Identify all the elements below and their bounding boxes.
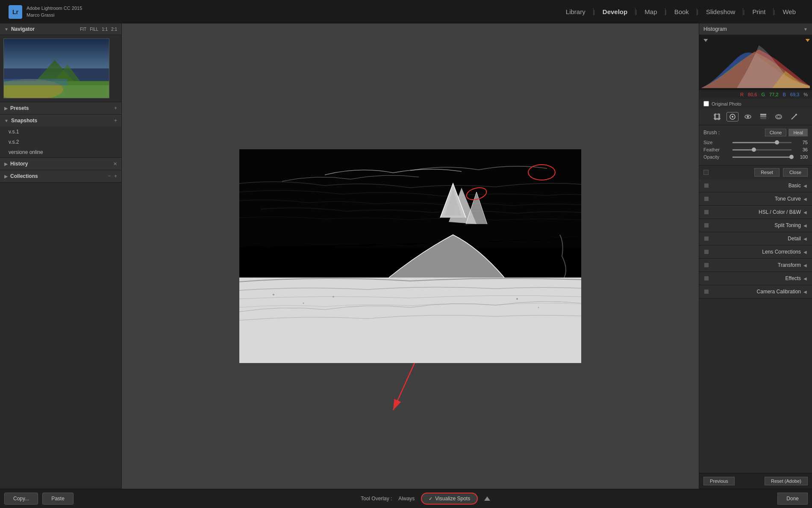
- overlay-adjust-icon[interactable]: [484, 496, 490, 501]
- history-header[interactable]: ▶ History ✕: [0, 158, 121, 170]
- dev-section-hsl-header[interactable]: HSL / Color / B&W ◀: [699, 206, 812, 219]
- nav-slideshow[interactable]: Slideshow: [698, 8, 743, 15]
- rgb-b-value: 69,3: [790, 92, 799, 97]
- nav-library[interactable]: Library: [558, 8, 594, 15]
- rgb-r-value: 80,6: [748, 92, 757, 97]
- previous-btn[interactable]: Previous: [703, 477, 735, 485]
- dev-section-detail-header[interactable]: Detail ◀: [699, 232, 812, 245]
- dev-section-effects-header[interactable]: Effects ◀: [699, 272, 812, 285]
- snapshots-header[interactable]: ▼ Snapshots +: [0, 115, 121, 127]
- copy-btn[interactable]: Copy...: [4, 493, 38, 505]
- spot-removal-tool-icon[interactable]: [727, 112, 738, 121]
- paste-btn[interactable]: Paste: [42, 493, 74, 505]
- nav-fill[interactable]: FILL: [90, 27, 98, 32]
- app-title: Adobe Lightroom CC 2015 Marco Grassi: [26, 5, 82, 18]
- thumb-image: [3, 38, 109, 98]
- done-btn[interactable]: Done: [777, 493, 808, 505]
- nav-1-1[interactable]: 1:1: [102, 27, 108, 32]
- snapshots-content: v.s.1 v.s.2 versione online: [0, 127, 121, 157]
- nav-2-1[interactable]: 2:1: [111, 27, 117, 32]
- svg-point-33: [747, 116, 749, 118]
- dev-basic-indicator: [704, 183, 709, 188]
- svg-point-18: [516, 298, 518, 300]
- lr-icon: Lr: [9, 5, 22, 19]
- histogram-header: Histogram ▼: [699, 24, 812, 35]
- dev-section-detail: Detail ◀: [699, 232, 812, 245]
- opacity-value: 100: [795, 154, 808, 159]
- navigator-section: ▼ Navigator FIT FILL 1:1 2:1: [0, 24, 121, 102]
- nav-develop[interactable]: Develop: [595, 8, 635, 15]
- svg-rect-35: [760, 116, 766, 117]
- dev-detail-title: Detail: [712, 236, 801, 242]
- crop-tool-icon[interactable]: [711, 112, 723, 121]
- dev-section-tonecurve: Tone Curve ◀: [699, 192, 812, 206]
- dev-tonecurve-title: Tone Curve: [712, 196, 801, 202]
- main-image[interactable]: [239, 149, 581, 363]
- right-panel-footer: Previous Reset (Adobe): [699, 473, 812, 489]
- size-row: Size 75: [703, 140, 808, 145]
- dev-section-basic-header[interactable]: Basic ◀: [699, 179, 812, 192]
- dev-lenscorrections-indicator: [704, 250, 709, 254]
- snapshot-v2[interactable]: v.s.2: [0, 137, 121, 147]
- clone-btn[interactable]: Clone: [765, 129, 787, 136]
- dev-section-hsl: HSL / Color / B&W ◀: [699, 206, 812, 219]
- redeye-tool-icon[interactable]: [742, 112, 754, 121]
- opacity-label: Opacity: [703, 154, 729, 159]
- dev-section-tonecurve-header[interactable]: Tone Curve ◀: [699, 192, 812, 205]
- snapshot-v1[interactable]: v.s.1: [0, 127, 121, 137]
- svg-point-16: [303, 303, 304, 304]
- nav-print[interactable]: Print: [744, 8, 774, 15]
- collections-minus-icon[interactable]: −: [108, 173, 111, 179]
- tool-overlay-controls: Tool Overlay : Always ✓ Visualize Spots: [361, 493, 490, 505]
- dev-section-splittoning-header[interactable]: Split Toning ◀: [699, 219, 812, 232]
- center-canvas: [122, 24, 699, 489]
- dev-section-cameracal-header[interactable]: Camera Calibration ◀: [699, 285, 812, 298]
- nav-fit[interactable]: FIT: [80, 27, 86, 32]
- adjustment-brush-icon[interactable]: [788, 112, 800, 121]
- dev-effects-indicator: [704, 276, 709, 281]
- svg-point-15: [273, 294, 274, 295]
- nav-web[interactable]: Web: [775, 8, 803, 15]
- orig-photo-checkbox[interactable]: [703, 101, 709, 106]
- presets-header[interactable]: ▶ Presets +: [0, 102, 121, 114]
- svg-point-19: [538, 307, 539, 308]
- opacity-slider[interactable]: [733, 157, 791, 158]
- visualize-spots-btn[interactable]: ✓ Visualize Spots: [421, 493, 478, 505]
- rgb-g-value: 77,2: [769, 92, 778, 97]
- navigator-thumbnail[interactable]: [0, 35, 121, 102]
- nav-book[interactable]: Book: [667, 8, 697, 15]
- dev-section-cameracal: Camera Calibration ◀: [699, 285, 812, 298]
- reset-btn[interactable]: Reset: [754, 168, 780, 177]
- svg-line-21: [393, 363, 415, 410]
- canvas-area: [239, 149, 581, 363]
- radial-filter-icon[interactable]: [773, 112, 785, 121]
- dev-section-lenscorrections-header[interactable]: Lens Corrections ◀: [699, 245, 812, 258]
- dev-section-transform-header[interactable]: Transform ◀: [699, 259, 812, 272]
- close-btn[interactable]: Close: [783, 168, 808, 177]
- nav-map[interactable]: Map: [637, 8, 665, 15]
- histogram-svg: [701, 37, 810, 88]
- heal-btn[interactable]: Heal: [788, 129, 808, 136]
- presets-add-icon[interactable]: +: [114, 105, 117, 111]
- brush-toggle[interactable]: [703, 170, 709, 175]
- svg-point-17: [332, 296, 334, 298]
- opacity-row: Opacity 100: [703, 154, 808, 159]
- snapshots-add-icon[interactable]: +: [114, 118, 117, 124]
- history-close-icon[interactable]: ✕: [113, 161, 117, 167]
- collections-add-icon[interactable]: +: [114, 173, 117, 179]
- checkmark-icon: ✓: [429, 496, 432, 502]
- navigator-controls: FIT FILL 1:1 2:1: [80, 27, 117, 32]
- size-slider[interactable]: [733, 142, 791, 143]
- always-label[interactable]: Always: [398, 496, 415, 502]
- feather-slider[interactable]: [733, 149, 791, 151]
- original-photo-row: Original Photo: [699, 99, 812, 109]
- graduated-filter-icon[interactable]: [757, 112, 769, 121]
- collections-header[interactable]: ▶ Collections − +: [0, 170, 121, 182]
- dev-section-basic: Basic ◀: [699, 179, 812, 192]
- reset-adobe-btn[interactable]: Reset (Adobe): [765, 477, 808, 485]
- size-value: 75: [795, 140, 808, 145]
- bottom-bar: Copy... Paste Tool Overlay : Always ✓ Vi…: [0, 489, 812, 508]
- dev-tonecurve-indicator: [704, 197, 709, 201]
- dev-tonecurve-arrow: ◀: [803, 197, 807, 201]
- snapshot-versione[interactable]: versione online: [0, 147, 121, 157]
